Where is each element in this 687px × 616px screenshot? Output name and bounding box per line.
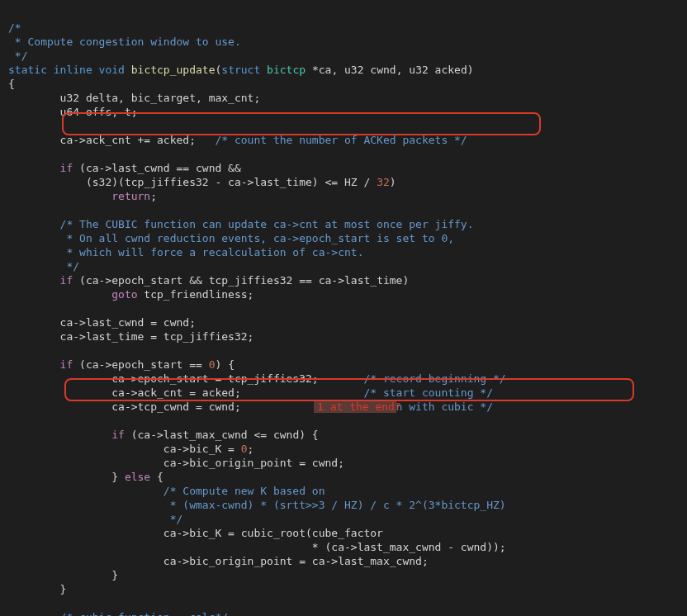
close-brace-40: } [8,569,118,581]
kw-static: static [8,64,47,76]
if-19: if [8,274,73,287]
goto-20: goto [8,288,138,301]
code-line-26: ca->epoch_start = tcp_jiffies32; [8,372,363,385]
code-editor-viewport: /* * Compute congestion window to use. *… [0,0,687,616]
code-line-37: ca->bic_K = cubic_root(cube_factor [8,527,383,539]
open-brace: { [8,78,15,90]
code-line-32: ca->bic_origin_point = cwnd; [8,457,344,469]
kw-struct: struct [221,64,260,76]
code-line-31b: ; [248,443,254,455]
code-line-1: /* [8,21,21,34]
code-line-31a: ca->bic_K = [8,443,241,455]
cmt-34: /* Compute new K based on [8,485,325,497]
if-11: if [8,162,73,174]
code-line-7: u64 offs, t; [8,106,138,118]
cmt-26: /* record beginning */ [363,372,505,385]
num-32: 32 [377,176,390,188]
code-line-2: * Compute congestion window to use. [8,36,241,48]
params-tail: *ca, u32 cwnd, u32 acked) [312,64,474,76]
close-brace-41: } [8,583,66,595]
code-line-6: u32 delta, bic_target, max_cnt; [8,92,260,104]
cond-12: (s32)(tcp_jiffies32 - ca->last_time) <= … [8,176,377,188]
type-bictcp: bictcp [267,64,306,76]
kw-else: else [125,471,150,483]
code-line-3: */ [8,50,27,62]
cmt-36: */ [8,513,182,525]
cond-25: (ca->epoch_start == [73,358,208,371]
cmt-16: * On all cwnd reduction events, ca->epoc… [8,232,454,244]
if-25: if [8,358,73,371]
cond-19: (ca->epoch_start && tcp_jiffies32 == ca-… [73,274,409,287]
code-line-38: * (ca->last_max_cwnd - cwnd)); [8,541,506,553]
ack-cnt-reset: ca->ack_cnt = acked; [8,386,363,399]
return-13: return [8,190,150,202]
cmt-15: /* The CUBIC function can update ca->cnt… [8,218,474,230]
code-line-23: ca->last_time = tcp_jiffies32; [8,330,253,343]
kw-void: void [99,64,125,76]
ack-cnt-accum-comment: /* count the number of ACKed packets */ [215,134,467,146]
cond-11: (ca->last_cwnd == cwnd && [73,162,241,174]
code-line-39: ca->bic_origin_point = ca->last_max_cwnd… [8,555,429,567]
code-line-28: ca->tcp_cwnd = cwnd; [8,400,363,413]
cmt-17: * which will force a recalculation of ca… [8,246,363,258]
cmt-43: /* cubic function - calc*/ [8,611,228,616]
cmt-28: /* syn with cubic */ [363,400,493,413]
cmt-18: */ [8,260,79,272]
kw-inline: inline [54,64,92,76]
cond-12c: ) [390,176,396,188]
else-33a: } [8,471,125,483]
num-0b: 0 [241,443,248,455]
else-33c: { [150,471,163,483]
semi-13: ; [150,190,157,202]
cond-30: (ca->last_max_cwnd <= cwnd) { [125,429,319,441]
goto-label-20: tcp_friendliness; [138,288,254,301]
code-line-22: ca->last_cwnd = cwnd; [8,316,196,329]
cmt-35: * (wmax-cwnd) * (srtt>>3 / HZ) / c * 2^(… [8,499,506,511]
func-name: bictcp_update [131,64,216,76]
ack-cnt-accum: ca->ack_cnt += acked; [8,134,215,146]
cmt-27: /* start counting */ [363,386,493,399]
cond-25c: ) { [215,358,234,371]
if-30: if [8,429,125,441]
